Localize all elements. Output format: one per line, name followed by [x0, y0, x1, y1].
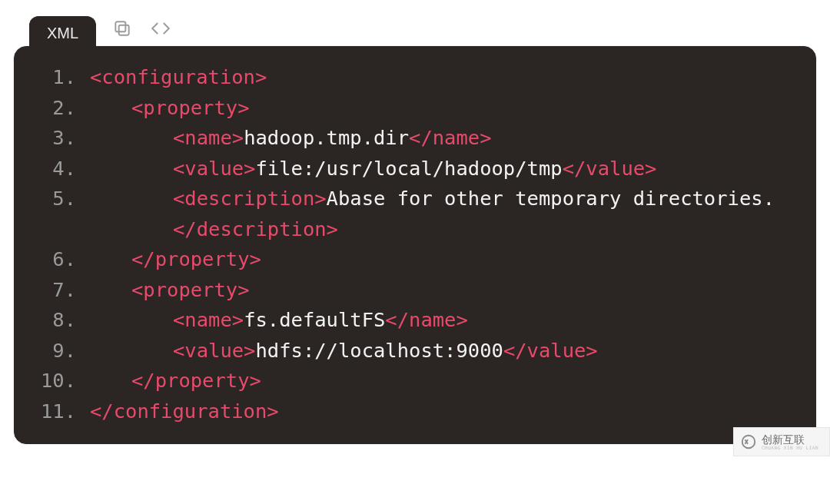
xml-tag: </name> — [409, 126, 491, 149]
xml-tag: </value> — [563, 157, 657, 180]
xml-text: hdfs://localhost:9000 — [255, 339, 503, 362]
xml-tag: </name> — [385, 308, 467, 331]
line-number: 3. — [22, 123, 90, 154]
line-content: <value>hdfs://localhost:9000</value> — [90, 336, 797, 366]
line-content: </configuration> — [90, 396, 797, 427]
line-content: <value>file:/usr/local/hadoop/tmp</value… — [90, 154, 797, 184]
xml-text: hadoop.tmp.dir — [244, 126, 409, 149]
code-line: 1.<configuration> — [22, 62, 797, 93]
watermark-text-group: 创新互联 CHUANG XIN HU LIAN — [762, 434, 818, 450]
xml-tag: </value> — [503, 339, 598, 362]
line-number: 10. — [22, 366, 90, 396]
code-icon[interactable] — [148, 16, 173, 41]
line-number: 11. — [22, 396, 90, 427]
svg-point-2 — [742, 436, 755, 449]
xml-tag: <name> — [173, 126, 244, 149]
xml-tag: <property> — [131, 96, 250, 119]
code-line: 10.</property> — [22, 366, 797, 396]
line-content: <configuration> — [90, 62, 797, 93]
line-number: 5. — [22, 184, 90, 214]
line-content: <name>hadoop.tmp.dir</name> — [90, 123, 797, 154]
line-number: 4. — [22, 154, 90, 184]
code-line: 6.</property> — [22, 244, 797, 275]
copy-icon[interactable] — [110, 16, 134, 41]
xml-tag: <value> — [173, 339, 255, 362]
code-block[interactable]: 1.<configuration>2.<property>3.<name>had… — [22, 62, 797, 426]
line-number: 9. — [22, 336, 90, 366]
code-line: 8.<name>fs.defaultFS</name> — [22, 305, 797, 336]
code-line: 7.<property> — [22, 275, 797, 306]
xml-tag: </description> — [173, 217, 338, 240]
code-panel: 1.<configuration>2.<property>3.<name>had… — [14, 46, 816, 444]
xml-text: Abase for other temporary directories. — [327, 187, 775, 210]
xml-tag: </configuration> — [90, 400, 279, 423]
xml-tag: <value> — [173, 157, 255, 180]
xml-tag: <description> — [173, 187, 327, 210]
watermark: 创新互联 CHUANG XIN HU LIAN — [733, 427, 830, 456]
code-line: 11.</configuration> — [22, 396, 797, 427]
watermark-subtext: CHUANG XIN HU LIAN — [762, 445, 818, 450]
line-content: <property> — [90, 93, 797, 124]
watermark-logo-icon — [740, 433, 757, 450]
line-content: <name>fs.defaultFS</name> — [90, 305, 797, 336]
xml-tag: </property> — [131, 247, 261, 270]
code-line: 4.<value>file:/usr/local/hadoop/tmp</val… — [22, 154, 797, 184]
code-line: 3.<name>hadoop.tmp.dir</name> — [22, 123, 797, 154]
xml-text: fs.defaultFS — [244, 308, 385, 331]
line-content: <description>Abase for other temporary d… — [90, 184, 797, 244]
xml-tag: <property> — [131, 278, 250, 301]
code-line: 2.<property> — [22, 93, 797, 124]
xml-text: file:/usr/local/hadoop/tmp — [255, 157, 562, 180]
svg-rect-1 — [115, 22, 125, 32]
line-number: 2. — [22, 93, 90, 124]
tab-bar: XML — [14, 11, 816, 46]
line-content: </property> — [90, 366, 797, 396]
line-number: 6. — [22, 244, 90, 275]
xml-tag: </property> — [131, 369, 261, 392]
line-content: </property> — [90, 244, 797, 275]
line-number: 8. — [22, 305, 90, 336]
code-line: 5.<description>Abase for other temporary… — [22, 184, 797, 244]
xml-tag: <name> — [173, 308, 244, 331]
watermark-text: 创新互联 — [762, 434, 818, 445]
tab-label: XML — [47, 25, 78, 41]
svg-rect-0 — [119, 25, 129, 35]
line-number: 7. — [22, 275, 90, 306]
line-content: <property> — [90, 275, 797, 306]
xml-tag: <configuration> — [90, 65, 267, 88]
code-line: 9.<value>hdfs://localhost:9000</value> — [22, 336, 797, 366]
tab-xml[interactable]: XML — [29, 16, 96, 50]
line-number: 1. — [22, 62, 90, 93]
